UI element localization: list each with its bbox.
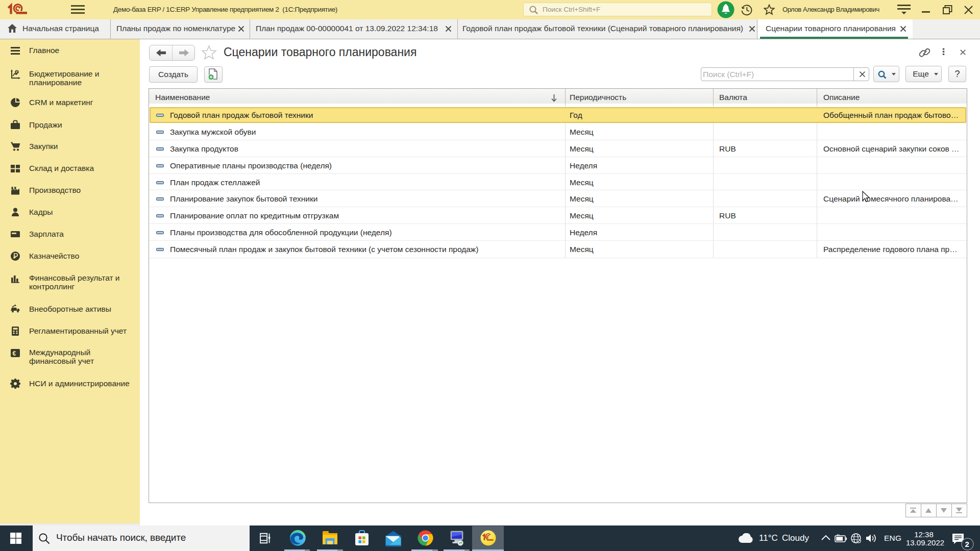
svg-text:€: € <box>13 350 16 357</box>
svg-text:2: 2 <box>965 540 969 548</box>
